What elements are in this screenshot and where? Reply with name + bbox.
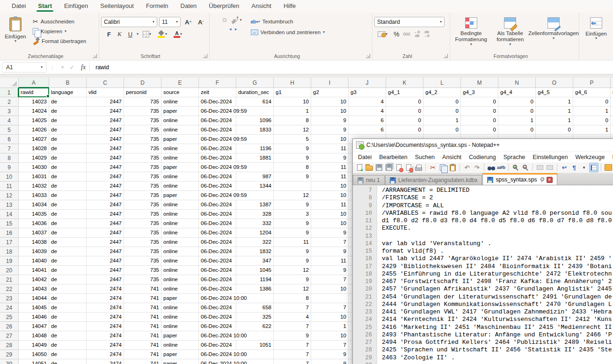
align-top-button[interactable] <box>212 18 215 22</box>
row-header-2[interactable]: 2 <box>0 97 19 107</box>
row-header-24[interactable]: 24 <box>0 303 19 313</box>
decrease-decimal-button[interactable]: .00 →0 <box>423 30 429 38</box>
line-number[interactable]: 9 <box>353 202 377 210</box>
column-header-L[interactable]: L <box>423 78 461 88</box>
align-left-button[interactable] <box>212 25 215 29</box>
line-number[interactable]: 24 <box>353 316 377 323</box>
cell-B5[interactable]: de <box>49 125 87 135</box>
cell-H1[interactable]: g1 <box>274 88 311 97</box>
cell-G17[interactable]: 322 <box>236 238 274 247</box>
cell-G10[interactable]: 987 <box>236 172 274 182</box>
column-header-K[interactable]: K <box>386 78 423 88</box>
cell-D16[interactable]: 735 <box>124 228 161 238</box>
cell-C28[interactable]: 2474 <box>87 341 124 350</box>
ribbon-tab-überprüfen[interactable]: Überprüfen <box>203 0 245 13</box>
cell-A25[interactable]: 14046 <box>19 313 49 322</box>
cell-F25[interactable]: 06-Dec-2024 <box>199 313 236 322</box>
row-header-25[interactable]: 25 <box>0 313 19 322</box>
cell-M3[interactable]: 0 <box>461 107 498 116</box>
cell-H8[interactable]: 9 <box>274 153 311 163</box>
code-line[interactable]: 2455 'Einführung in die Literaturgeschic… <box>382 270 613 278</box>
cell-C1[interactable]: vlid <box>87 88 124 97</box>
cell-C13[interactable]: 2447 <box>87 200 124 210</box>
column-header-B[interactable]: B <box>49 78 87 88</box>
save-button[interactable] <box>374 163 384 172</box>
cell-D18[interactable]: 735 <box>124 247 161 256</box>
cell-H15[interactable]: 9 <box>274 219 311 228</box>
cell-E20[interactable]: online <box>161 266 199 275</box>
row-header-8[interactable]: 8 <box>0 153 19 163</box>
cell-H6[interactable]: 5 <box>274 135 311 144</box>
cell-F22[interactable]: 06-Dec-2024 <box>199 284 236 294</box>
number-format-select[interactable]: Standard▾ <box>374 17 445 27</box>
cell-H13[interactable]: 9 <box>274 200 311 210</box>
word-wrap-button[interactable]: ↩ <box>560 163 569 172</box>
cell-F19[interactable]: 06-Dec-2024 <box>199 256 236 266</box>
cell-I14[interactable]: 10 <box>311 210 349 219</box>
row-header-29[interactable]: 29 <box>0 350 19 359</box>
tab-close-button[interactable]: × <box>547 177 553 183</box>
cell-M5[interactable]: 0 <box>461 125 498 135</box>
cell-I12[interactable]: 10 <box>311 191 349 200</box>
cell-J4[interactable]: 6 <box>349 116 386 125</box>
cell-Q5[interactable] <box>611 125 613 135</box>
column-header-F[interactable]: F <box>199 78 236 88</box>
cell-H25[interactable]: 4 <box>274 313 311 322</box>
cell-B22[interactable]: de <box>49 284 87 294</box>
cell-D23[interactable]: 741 <box>124 294 161 303</box>
cell-O5[interactable]: 0 <box>536 125 573 135</box>
cell-N2[interactable]: 0 <box>498 97 536 107</box>
close-file-button[interactable] <box>394 163 403 172</box>
cell-I21[interactable]: 7 <box>311 275 349 284</box>
cell-H26[interactable]: 7 <box>274 322 311 331</box>
document-tab[interactable]: spss_syntax.sps× <box>482 173 557 185</box>
cell-A26[interactable]: 14047 <box>19 322 49 331</box>
cell-C12[interactable]: 2447 <box>87 191 124 200</box>
cell-E9[interactable]: paper <box>161 163 199 172</box>
cell-F8[interactable]: 06-Dec-2024 <box>199 153 236 163</box>
cell-D19[interactable]: 735 <box>124 256 161 266</box>
cell-K4[interactable]: 0 <box>386 116 423 125</box>
cell-F18[interactable]: 06-Dec-2024 <box>199 247 236 256</box>
align-middle-button[interactable] <box>217 18 221 22</box>
cell-E29[interactable]: paper <box>161 350 199 359</box>
cell-H17[interactable]: 11 <box>274 238 311 247</box>
align-center-button[interactable] <box>217 25 221 29</box>
code-line[interactable]: 2414 'Kerntechnik II' 2424 'Kulturwissen… <box>382 316 613 323</box>
cell-E19[interactable]: online <box>161 256 199 266</box>
cell-G19[interactable]: 347 <box>236 256 274 266</box>
cell-I30[interactable]: 9 <box>311 359 349 364</box>
cell-A19[interactable]: 14040 <box>19 256 49 266</box>
cell-E24[interactable]: online <box>161 303 199 313</box>
code-line[interactable]: 2493 'Phantastische Literatur: Anfänge u… <box>382 331 613 339</box>
cell-E13[interactable]: online <box>161 200 199 210</box>
cell-G13[interactable]: 1387 <box>236 200 274 210</box>
cell-F1[interactable]: zeit <box>199 88 236 97</box>
cell-F17[interactable]: 06-Dec-2024 <box>199 238 236 247</box>
line-number[interactable]: 14 <box>353 240 377 248</box>
cell-Q1[interactable]: g4_7 <box>611 88 613 97</box>
cell-F21[interactable]: 06-Dec-2024 <box>199 275 236 284</box>
cell-C3[interactable]: 2447 <box>87 107 124 116</box>
cell-A16[interactable]: 14037 <box>19 228 49 238</box>
cell-A18[interactable]: 14039 <box>19 247 49 256</box>
row-header-10[interactable]: 10 <box>0 172 19 182</box>
code-line[interactable]: d1 f8.0 d2 f8.0 d3 f8.0 d4 f8.0 d5 f8.0 … <box>382 217 613 225</box>
cell-C11[interactable]: 2447 <box>87 182 124 191</box>
menu-item-makros[interactable]: Makros <box>608 153 613 162</box>
line-number[interactable]: 20 <box>353 285 377 293</box>
cell-D22[interactable]: 741 <box>124 284 161 294</box>
cell-K1[interactable]: g4_1 <box>386 88 423 97</box>
cell-I7[interactable]: 11 <box>311 144 349 153</box>
cell-E10[interactable]: online <box>161 172 199 182</box>
row-header-7[interactable]: 7 <box>0 144 19 153</box>
row-header-20[interactable]: 20 <box>0 266 19 275</box>
line-number[interactable]: 22 <box>353 301 377 308</box>
find-button[interactable] <box>487 163 496 172</box>
cell-G26[interactable]: 622 <box>236 322 274 331</box>
cell-Q4[interactable] <box>611 116 613 125</box>
cell-B13[interactable]: de <box>49 200 87 210</box>
cell-C9[interactable]: 2447 <box>87 163 124 172</box>
cell-G2[interactable]: 614 <box>236 97 274 107</box>
cell-H28[interactable]: 7 <box>274 341 311 350</box>
